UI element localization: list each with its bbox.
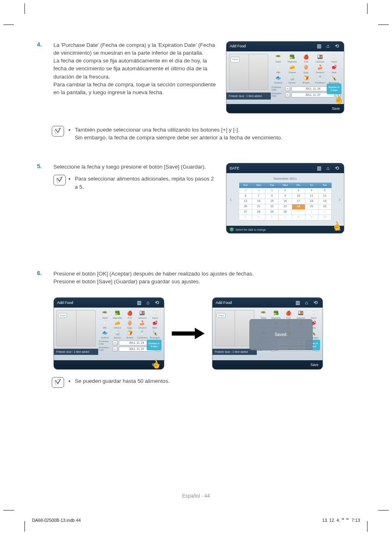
back-icon[interactable]: ⟲ — [153, 299, 161, 306]
food-item[interactable]: 🥛Milk — [99, 320, 111, 329]
cal-day[interactable]: 15 — [265, 199, 279, 204]
cal-day[interactable]: 3 — [292, 188, 305, 193]
food-item[interactable]: 🐟Seafood — [99, 330, 111, 339]
cal-day[interactable]: 2 — [279, 188, 292, 193]
food-item[interactable]: 🥛Yogurt — [149, 310, 161, 319]
home-icon[interactable]: ⌂ — [324, 43, 332, 50]
food-item[interactable]: 🥗Salad — [272, 54, 285, 64]
food-item[interactable]: 🥗Salad — [99, 310, 111, 319]
cal-day[interactable]: 8 — [292, 215, 305, 220]
food-item[interactable]: 🧂Condiment — [136, 330, 148, 339]
food-item[interactable]: 🥛Yogurt — [327, 54, 341, 64]
food-item[interactable]: 🧂Condiment — [314, 75, 327, 85]
cal-day[interactable]: 10 — [292, 193, 305, 199]
food-item[interactable]: 🍎Fruit — [124, 310, 136, 319]
cal-day[interactable]: 5 — [318, 188, 331, 193]
food-item[interactable]: 🧀Cheese — [111, 320, 123, 329]
cal-day[interactable]: 10 — [318, 215, 331, 220]
cal-day[interactable]: 7 — [252, 193, 265, 199]
food-item[interactable]: 🍾Beverages — [149, 330, 161, 339]
food-item[interactable]: 🍰Desserts — [314, 65, 327, 74]
food-item[interactable]: 🍰Desserts — [136, 320, 148, 329]
food-item[interactable]: 🧀Cheese — [286, 65, 299, 74]
notes-icon[interactable]: ▥ — [135, 299, 143, 306]
save-button[interactable]: Save — [332, 106, 340, 111]
cal-day[interactable]: 18 — [305, 199, 318, 204]
cal-day[interactable]: 30 — [279, 209, 292, 215]
fridge-diagram[interactable]: Salad — [56, 310, 96, 346]
food-item[interactable]: 🥛Yogurt — [308, 310, 319, 319]
food-item[interactable]: 🥗Salad — [258, 310, 269, 319]
food-item[interactable]: 🥚Eggs — [300, 65, 313, 74]
cal-day[interactable]: 17 — [292, 199, 305, 204]
back-icon[interactable]: ⟲ — [333, 164, 341, 172]
save-button[interactable]: Save — [152, 363, 160, 367]
minus-button[interactable]: − — [285, 86, 290, 91]
minus-button[interactable]: − — [113, 340, 118, 345]
cal-day[interactable]: 2 — [305, 209, 318, 215]
cal-day[interactable]: 8 — [265, 193, 279, 199]
cal-day[interactable]: 9 — [305, 215, 318, 220]
notes-icon[interactable]: ▥ — [294, 299, 301, 306]
chevron-right-icon[interactable]: › — [339, 195, 341, 204]
cal-day[interactable]: 1 — [292, 209, 305, 215]
cal-day[interactable]: 11 — [305, 193, 318, 199]
cal-day[interactable]: 29 — [265, 209, 279, 215]
home-icon[interactable]: ⌂ — [324, 164, 332, 172]
food-item[interactable]: 🍎Fruit — [300, 54, 313, 64]
food-item[interactable]: 🍞Breads — [300, 75, 313, 85]
save-button[interactable]: Save — [311, 363, 318, 367]
food-item[interactable]: 🥚Eggs — [124, 320, 136, 329]
food-item[interactable]: 🍱Leftovers — [136, 310, 148, 319]
back-icon[interactable]: ⟲ — [333, 43, 341, 50]
cal-day[interactable]: 9 — [279, 193, 292, 199]
minus-button[interactable]: − — [285, 93, 290, 97]
food-item[interactable]: 🍎Fruit — [283, 310, 294, 319]
cal-day[interactable]: 19 — [318, 199, 331, 204]
cal-day[interactable]: 21 — [252, 204, 265, 209]
cal-day[interactable]: 26 — [318, 204, 331, 209]
home-icon[interactable]: ⌂ — [303, 299, 310, 306]
food-item[interactable]: 🍶Sauces — [111, 330, 123, 339]
cal-day[interactable]: 28 — [252, 209, 265, 215]
food-item[interactable]: 🍶Sauces — [286, 75, 299, 85]
cal-day[interactable]: 7 — [279, 215, 292, 220]
cal-day[interactable]: 1 — [265, 188, 279, 193]
food-item[interactable]: 🥦Vegetable — [286, 54, 299, 64]
minus-button[interactable]: − — [113, 347, 118, 352]
food-item[interactable]: 🐟Seafood — [272, 75, 285, 85]
food-item[interactable]: 🥩Meat — [149, 320, 161, 329]
cal-day[interactable]: 3 — [318, 209, 331, 215]
food-item[interactable]: 🍞Breads — [124, 330, 136, 339]
food-item[interactable]: 🥦Vegetable — [270, 310, 281, 319]
cal-day[interactable]: 5 — [252, 215, 265, 220]
cal-day[interactable]: 31 — [252, 188, 265, 193]
cal-day[interactable]: 6 — [239, 193, 252, 199]
cal-day[interactable]: 4 — [305, 188, 318, 193]
back-icon[interactable]: ⟲ — [312, 299, 319, 306]
cal-day[interactable]: 16 — [279, 199, 292, 204]
cal-day[interactable]: 22 — [265, 204, 279, 209]
cal-day[interactable]: 13 — [239, 199, 252, 204]
cal-day[interactable]: 4 — [239, 215, 252, 220]
food-item[interactable]: 🍱Leftovers — [295, 310, 307, 319]
food-item[interactable]: 🥛Milk — [272, 65, 285, 74]
food-item[interactable]: 🥦Vegetable — [111, 310, 123, 319]
food-item[interactable]: 🥩Meat — [327, 65, 341, 74]
food-item[interactable]: 🍱Leftovers — [314, 54, 327, 64]
notes-icon[interactable]: ▥ — [315, 43, 323, 50]
cal-day[interactable]: 14 — [252, 199, 265, 204]
cal-day[interactable]: 25 — [305, 204, 318, 209]
cal-day[interactable]: 27 — [239, 209, 252, 215]
fridge-diagram[interactable]: Salad — [229, 54, 268, 90]
cal-day[interactable]: 6 — [265, 215, 279, 220]
chevron-left-icon[interactable]: ‹ — [230, 195, 232, 204]
notes-icon[interactable]: ▥ — [315, 164, 323, 172]
cal-day[interactable]: 23 — [279, 204, 292, 209]
cal-day[interactable]: 24 — [292, 204, 305, 209]
fridge-diagram[interactable]: Salad — [215, 310, 254, 346]
save-button[interactable]: Save — [334, 228, 341, 232]
cal-day[interactable]: 12 — [318, 193, 331, 199]
home-icon[interactable]: ⌂ — [144, 299, 152, 306]
cal-day[interactable]: 20 — [239, 204, 252, 209]
